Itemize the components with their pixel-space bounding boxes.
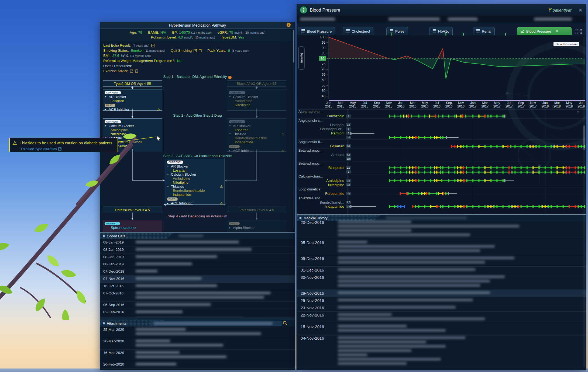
list-item[interactable]: 20-Feb-2020: [100, 361, 295, 368]
med-timeline-row[interactable]: Indapamide2.5: [297, 204, 586, 209]
drug-class-row[interactable]: ▼Calcium Blocker: [105, 124, 160, 128]
pathway-scrollbar[interactable]: [293, 29, 294, 228]
list-item[interactable]: 16-Mar-2020: [100, 350, 295, 361]
list-item[interactable]: 05-Sep-2016: [100, 302, 295, 309]
list-item[interactable]: 01-Dec-2016: [297, 267, 586, 274]
drug-item[interactable]: Nifedipine: [105, 132, 160, 136]
chevron-down-icon[interactable]: ▼: [167, 185, 169, 188]
drug-item[interactable]: Bendroflumethiazide: [167, 189, 223, 193]
attachments-search-input[interactable]: [151, 321, 282, 326]
med-timeline-row[interactable]: Perindopril er...2: [297, 127, 586, 131]
drug-name[interactable]: Atenolol: [297, 153, 346, 157]
drug-class-row[interactable]: ▼Calcium Blocker: [229, 95, 284, 99]
med-timeline-row[interactable]: Bendroflumet...2.5: [297, 200, 586, 205]
drug-name[interactable]: Amlodipine: [297, 179, 346, 183]
chevron-right-icon[interactable]: ▶: [229, 150, 231, 152]
drug-name[interactable]: Bendroflumet...: [297, 200, 346, 204]
list-item[interactable]: 07-Dec-2018: [100, 268, 295, 276]
potassium-left[interactable]: Potassium Level < 4.5: [103, 207, 162, 213]
med-timeline-row[interactable]: Amlodipine10: [297, 179, 586, 183]
drug-name[interactable]: Perindopril er...: [297, 127, 346, 131]
drug-item[interactable]: Nifedipine: [229, 103, 284, 107]
med-timeline-row[interactable]: Bisoprolol2.5: [297, 166, 586, 170]
med-timeline-row[interactable]: Nifedipine10: [297, 183, 586, 187]
drug-class-row[interactable]: ▶ACE Inhibitor⚠: [229, 149, 284, 153]
drug-item[interactable]: Amlodipine: [105, 128, 160, 132]
step3-box[interactable]: CURRENT▼AR BlockerLosartan▼Calcium Block…: [165, 159, 225, 204]
step2-box-right[interactable]: CURRENT▼AR BlockerLosartan▼Thiazide⚠Bend…: [227, 118, 286, 152]
drug-class-row[interactable]: ▶ACE Inhibitor⚠: [167, 201, 223, 205]
warning-icon[interactable]: ⚠: [220, 201, 223, 205]
window-titlebar[interactable]: Blood Pressure patientleaf ✕: [297, 4, 586, 16]
drug-item[interactable]: Losartan: [167, 168, 223, 172]
chevron-down-icon[interactable]: ▼: [229, 125, 231, 127]
list-item[interactable]: 04-Nov-2016: [100, 276, 295, 283]
close-icon[interactable]: ✕: [578, 7, 583, 13]
drug-item[interactable]: Losartan: [229, 128, 284, 132]
list-item[interactable]: 02-Feb-2016: [100, 309, 295, 316]
drug-item[interactable]: Amlodipine: [167, 176, 223, 180]
chevron-down-icon[interactable]: ▼: [105, 125, 107, 127]
warning-icon[interactable]: ⚠: [157, 108, 160, 111]
drug-item[interactable]: Nifedipine: [167, 180, 223, 185]
step1-alert-icon[interactable]: !: [228, 76, 232, 79]
drug-class-row[interactable]: ▶ACE Inhibitor⚠: [105, 107, 160, 112]
exercise-advice-link[interactable]: Exercise Advice: [103, 69, 128, 73]
drug-item[interactable]: Spironolactone: [105, 226, 160, 230]
window-scrollbar[interactable]: [583, 37, 585, 367]
drug-name[interactable]: Losartan: [297, 144, 346, 148]
list-item[interactable]: 08-Jan-2019: [100, 246, 295, 254]
step1-box-right[interactable]: CURRENT▼Calcium BlockerAmlodipineNifedip…: [227, 89, 286, 111]
drug-item[interactable]: Bendroflumethiazide: [229, 136, 284, 140]
list-item[interactable]: 05-Dec-2016: [297, 239, 586, 255]
step4-box-right[interactable]: PAST▶Alpha Blocker: [227, 220, 286, 232]
med-timeline-row[interactable]: Doxazosin1: [297, 114, 586, 118]
drug-item[interactable]: Indapamide: [229, 140, 284, 144]
thiazide-diuretics-link[interactable]: Thiazide-type diuretics: [20, 147, 57, 151]
clipboard-icon[interactable]: [135, 69, 138, 73]
chevron-down-icon[interactable]: ▼: [229, 96, 231, 98]
list-item[interactable]: 07-Oct-2016: [100, 290, 295, 302]
drug-item[interactable]: Amlodipine: [229, 99, 284, 103]
search-icon[interactable]: [283, 321, 287, 325]
list-item[interactable]: 25-Nov-2016: [297, 297, 586, 304]
list-item[interactable]: 25-Mar-2020: [100, 326, 295, 338]
drug-name[interactable]: Bisoprolol: [297, 166, 346, 170]
drug-name[interactable]: Indapamide: [297, 204, 346, 208]
chevron-right-icon[interactable]: ▶: [167, 202, 169, 204]
drug-name[interactable]: Nifedipine: [297, 183, 346, 187]
med-timeline-row[interactable]: 10: [297, 135, 586, 140]
drug-item[interactable]: Indapamide: [167, 193, 223, 197]
drug-class-row[interactable]: ▼AR Blocker: [229, 124, 284, 128]
chevron-right-icon[interactable]: ▶: [105, 108, 107, 111]
external-link-icon[interactable]: [194, 49, 197, 52]
drug-name[interactable]: Furosemide: [297, 192, 346, 196]
quit-smoking-link[interactable]: Quit Smoking: [171, 48, 192, 53]
list-item[interactable]: 04-Nov-2016: [297, 335, 586, 368]
list-item[interactable]: 29-Nov-2016: [297, 290, 586, 297]
external-link-icon[interactable]: [58, 147, 61, 151]
chevron-down-icon[interactable]: ▼: [105, 96, 107, 98]
drug-class-row[interactable]: ▼Calcium Blocker: [167, 172, 223, 176]
info-icon[interactable]: i: [287, 23, 291, 27]
drug-name[interactable]: Lisinopril: [297, 123, 346, 127]
med-timeline-row[interactable]: 5: [297, 170, 586, 174]
drug-class-row[interactable]: ▼AR Blocker: [167, 164, 223, 168]
drug-class-row[interactable]: ▼Thiazide⚠: [229, 132, 284, 136]
list-item[interactable]: 23-Nov-2016: [297, 304, 586, 312]
upload-doc-icon[interactable]: [151, 44, 155, 47]
chevron-down-icon[interactable]: ▼: [229, 133, 231, 135]
potassium-right[interactable]: Potassium Level > 4.5: [227, 207, 286, 213]
coded-data-tab[interactable]: Coded Data: [100, 233, 173, 239]
condition-left[interactable]: Type2 DM OR Age < 55: [103, 80, 162, 87]
list-item[interactable]: 08-Jan-2019: [100, 261, 295, 268]
list-item[interactable]: 08-Jan-2019: [100, 254, 295, 261]
step1-box-left[interactable]: CURRENT▼AR BlockerLosartanPAST▶ACE Inhib…: [103, 89, 162, 111]
list-item[interactable]: 30-Nov-2016: [297, 274, 586, 290]
warning-icon[interactable]: ⚠: [220, 185, 223, 188]
med-timeline-row[interactable]: Losartan50: [297, 144, 586, 148]
med-timeline-row[interactable]: 100: [297, 157, 586, 161]
step4-box-left[interactable]: UNTRIEDSpironolactone: [103, 220, 162, 232]
list-item[interactable]: 08-Jan-2019: [100, 239, 295, 246]
drug-item[interactable]: Losartan: [105, 99, 160, 103]
